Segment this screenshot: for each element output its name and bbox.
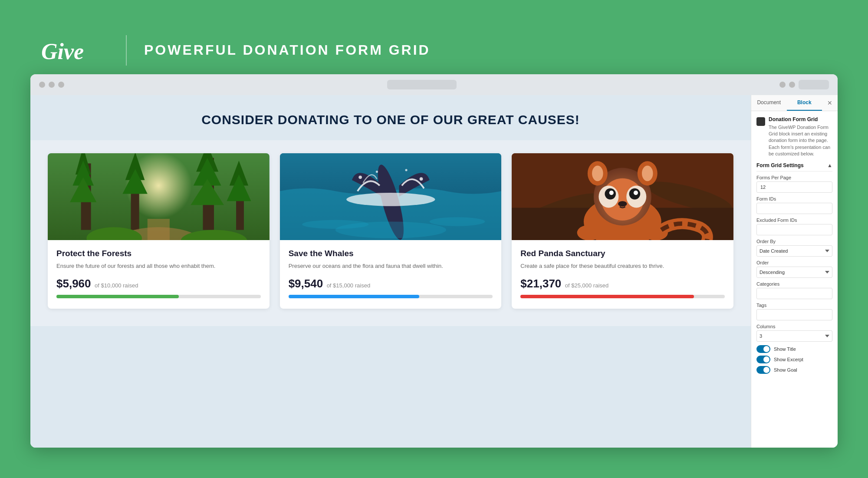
panda-image bbox=[512, 153, 733, 240]
order-by-select[interactable]: Date Created Title Amount Donated bbox=[756, 245, 832, 257]
header-title: POWERFUL DONATION FORM GRID bbox=[144, 42, 431, 58]
svg-point-49 bbox=[618, 201, 627, 207]
panel-content: Donation Form Grid The GiveWP Donation F… bbox=[751, 111, 838, 448]
card-body-panda: Red Panda Sanctuary Create a safe place … bbox=[512, 240, 733, 309]
columns-label: Columns bbox=[756, 324, 832, 329]
panel-block-desc: The GiveWP Donation Form Grid block inse… bbox=[769, 124, 832, 158]
browser-content: CONSIDER DONATING TO ONE OF OUR GREAT CA… bbox=[30, 95, 838, 448]
form-ids-input[interactable] bbox=[756, 203, 832, 214]
browser-chrome bbox=[30, 74, 838, 95]
card-amount-main-whale: $9,540 bbox=[289, 277, 323, 290]
show-goal-label: Show Goal bbox=[774, 367, 797, 373]
page-hero: CONSIDER DONATING TO ONE OF OUR GREAT CA… bbox=[30, 95, 751, 140]
svg-point-31 bbox=[429, 217, 485, 226]
svg-point-24 bbox=[346, 193, 435, 206]
toggle-row-show-goal: Show Goal bbox=[756, 366, 832, 374]
card-desc-panda: Create a safe place for these beautiful … bbox=[520, 262, 725, 270]
browser-right-dot2 bbox=[789, 82, 795, 88]
card-title-forest: Protect the Forests bbox=[56, 249, 261, 258]
browser-window: CONSIDER DONATING TO ONE OF OUR GREAT CA… bbox=[30, 74, 838, 448]
show-title-toggle[interactable] bbox=[756, 345, 770, 353]
progress-container-panda bbox=[520, 295, 725, 298]
browser-right-bar bbox=[799, 80, 829, 89]
field-categories: Categories bbox=[756, 281, 832, 299]
tags-label: Tags bbox=[756, 303, 832, 308]
whale-image bbox=[280, 153, 502, 240]
svg-point-47 bbox=[609, 190, 614, 194]
header-divider bbox=[126, 35, 127, 66]
excluded-form-ids-label: Excluded Form IDs bbox=[756, 218, 832, 223]
svg-point-30 bbox=[302, 220, 368, 228]
browser-right-dot1 bbox=[779, 82, 786, 88]
svg-point-48 bbox=[634, 190, 638, 194]
browser-url-bar bbox=[387, 80, 457, 89]
field-order: Order Descending Ascending bbox=[756, 260, 832, 278]
section-header-form-grid: Form Grid Settings ▲ bbox=[756, 162, 832, 171]
browser-right-controls bbox=[779, 80, 829, 89]
field-excluded-form-ids: Excluded Form IDs bbox=[756, 218, 832, 235]
progress-container-whale bbox=[289, 295, 493, 298]
forms-per-page-input[interactable] bbox=[756, 181, 832, 193]
panel-form-grid-settings: Form Grid Settings ▲ Forms Per Page Form… bbox=[756, 162, 832, 374]
card-body-forest: Protect the Forests Ensure the future of… bbox=[48, 240, 270, 309]
progress-container-forest bbox=[56, 295, 261, 298]
columns-select[interactable]: 3 1 2 4 bbox=[756, 330, 832, 342]
svg-text:Give: Give bbox=[41, 39, 84, 63]
donation-form-grid-icon bbox=[756, 117, 765, 126]
card-amount-whale: $9,540 of $15,000 raised bbox=[289, 277, 493, 290]
show-goal-toggle[interactable] bbox=[756, 366, 770, 374]
order-select[interactable]: Descending Ascending bbox=[756, 267, 832, 278]
card-title-panda: Red Panda Sanctuary bbox=[520, 249, 725, 258]
tab-document[interactable]: Document bbox=[751, 95, 787, 111]
categories-label: Categories bbox=[756, 281, 832, 287]
svg-rect-18 bbox=[148, 219, 170, 240]
tab-block[interactable]: Block bbox=[787, 95, 822, 111]
svg-point-25 bbox=[358, 175, 362, 179]
panel-block-title: Donation Form Grid bbox=[769, 116, 832, 122]
toggle-row-show-excerpt: Show Excerpt bbox=[756, 356, 832, 363]
panel-tabs: Document Block ✕ bbox=[751, 95, 838, 111]
categories-input[interactable] bbox=[756, 288, 832, 299]
excluded-form-ids-input[interactable] bbox=[756, 224, 832, 235]
show-title-label: Show Title bbox=[774, 346, 796, 352]
card-amount-sub-panda: of $25,000 raised bbox=[565, 282, 608, 289]
card-amount-forest: $5,960 of $10,000 raised bbox=[56, 277, 261, 290]
show-excerpt-toggle[interactable] bbox=[756, 356, 770, 363]
browser-dot-green bbox=[58, 82, 64, 88]
forest-image bbox=[48, 153, 270, 240]
field-columns: Columns 3 1 2 4 bbox=[756, 324, 832, 342]
svg-point-28 bbox=[405, 169, 407, 171]
donation-card-whale: Save the Whales Preserve our oceans and … bbox=[280, 153, 502, 309]
tags-input[interactable] bbox=[756, 309, 832, 320]
field-tags: Tags bbox=[756, 303, 832, 320]
browser-dot-red bbox=[39, 82, 45, 88]
field-form-ids: Form IDs bbox=[756, 196, 832, 214]
field-order-by: Order By Date Created Title Amount Donat… bbox=[756, 239, 832, 257]
forms-per-page-label: Forms Per Page bbox=[756, 175, 832, 180]
panel-close-button[interactable]: ✕ bbox=[822, 95, 838, 111]
order-label: Order bbox=[756, 260, 832, 265]
order-by-label: Order By bbox=[756, 239, 832, 244]
progress-bar-whale bbox=[289, 295, 419, 298]
field-forms-per-page: Forms Per Page bbox=[756, 175, 832, 193]
card-title-whale: Save the Whales bbox=[289, 249, 493, 258]
progress-bar-panda bbox=[520, 295, 694, 298]
show-excerpt-label: Show Excerpt bbox=[774, 357, 803, 362]
cards-section: Protect the Forests Ensure the future of… bbox=[30, 140, 751, 326]
progress-bar-forest bbox=[56, 295, 179, 298]
svg-point-41 bbox=[642, 165, 653, 181]
card-amount-sub-whale: of $15,000 raised bbox=[327, 282, 370, 289]
card-amount-main-panda: $21,370 bbox=[520, 277, 561, 290]
browser-dot-yellow bbox=[49, 82, 55, 88]
outer-container: Give POWERFUL DONATION FORM GRID bbox=[22, 26, 846, 452]
svg-point-39 bbox=[592, 165, 603, 181]
donation-card-forest: Protect the Forests Ensure the future of… bbox=[48, 153, 270, 309]
panel-block-text: Donation Form Grid The GiveWP Donation F… bbox=[769, 116, 832, 158]
panel-block-info: Donation Form Grid The GiveWP Donation F… bbox=[756, 116, 832, 158]
cards-grid: Protect the Forests Ensure the future of… bbox=[48, 153, 733, 309]
header-bar: Give POWERFUL DONATION FORM GRID bbox=[22, 26, 846, 74]
svg-point-26 bbox=[419, 177, 423, 181]
card-amount-main-forest: $5,960 bbox=[56, 277, 91, 290]
svg-point-27 bbox=[376, 170, 378, 172]
browser-dots bbox=[39, 82, 64, 88]
